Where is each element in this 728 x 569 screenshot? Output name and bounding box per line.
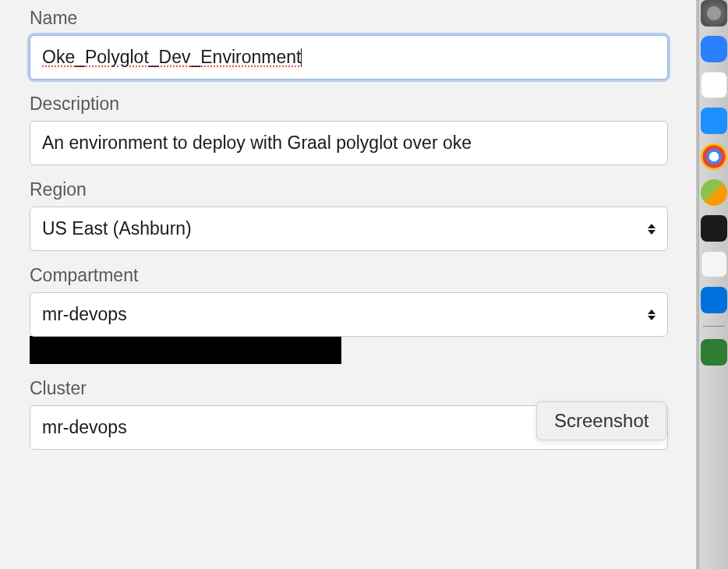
name-input[interactable]: Oke_Polyglot_Dev_Environment <box>30 35 668 80</box>
region-label: Region <box>30 179 668 200</box>
description-input[interactable]: An environment to deploy with Graal poly… <box>30 121 668 165</box>
description-field-group: Description An environment to deploy wit… <box>30 94 668 165</box>
app-icon[interactable] <box>701 251 727 277</box>
cluster-label: Cluster <box>30 378 668 399</box>
chrome-icon[interactable] <box>701 143 727 170</box>
region-field-group: Region US East (Ashburn) <box>30 179 668 251</box>
macos-dock <box>698 0 728 569</box>
region-select-wrapper: US East (Ashburn) <box>30 207 668 251</box>
app-icon[interactable] <box>701 179 727 206</box>
compartment-field-group: Compartment mr-devops <box>30 265 668 337</box>
compartment-label: Compartment <box>30 265 668 286</box>
name-input-wrapper: Oke_Polyglot_Dev_Environment <box>30 35 668 80</box>
terminal-icon[interactable] <box>701 215 727 242</box>
app-icon[interactable] <box>701 108 727 134</box>
system-preferences-icon[interactable] <box>701 0 727 27</box>
region-select[interactable]: US East (Ashburn) <box>30 207 668 251</box>
app-icon[interactable] <box>701 287 727 313</box>
description-label: Description <box>30 94 668 115</box>
screenshot-tooltip: Screenshot <box>536 401 666 440</box>
text-cursor <box>301 48 302 67</box>
redacted-content <box>30 336 341 364</box>
compartment-select-wrapper: mr-devops <box>30 292 668 337</box>
app-icon[interactable] <box>701 72 727 98</box>
excel-icon[interactable] <box>701 339 727 366</box>
dock-divider <box>703 326 725 327</box>
app-icon[interactable] <box>701 36 727 62</box>
name-field-group: Name Oke_Polyglot_Dev_Environment <box>30 8 668 80</box>
compartment-select[interactable]: mr-devops <box>30 292 668 337</box>
name-label: Name <box>30 8 668 29</box>
